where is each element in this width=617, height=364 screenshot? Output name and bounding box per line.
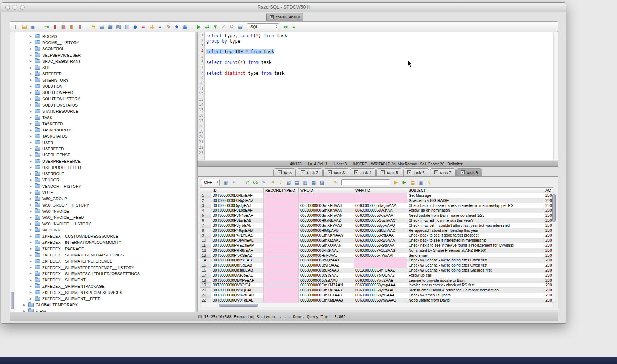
grid-options-icon[interactable]: ▤ [293,179,301,186]
tree-item[interactable]: ▶USER [15,139,195,146]
tree-item[interactable]: ▶W50_GROUP [15,196,195,202]
tab-close-icon[interactable]: × [270,15,274,19]
cell-whoid[interactable] [299,193,354,198]
copy-with-headers-icon[interactable]: ▨ [318,179,326,186]
tree-item[interactable]: ▶ROOMS [15,33,195,39]
result-tab-task-5[interactable]: ×task 5 [376,168,402,176]
disclosure-triangle-icon[interactable]: ▶ [30,35,35,38]
disclosure-triangle-icon[interactable]: ▶ [30,260,35,263]
cell-id[interactable]: 00T3000000L0RknEAF [211,193,264,198]
tree-item[interactable]: ▶SITEFEED [15,71,195,77]
title-bar[interactable]: RazorSQL - SFDCW50 II [1,3,566,12]
disclosure-triangle-icon[interactable]: ▶ [30,178,35,182]
cell-recordtypeid[interactable] [264,278,299,283]
cell-id[interactable]: 00T3000000P46qnEAB [211,228,264,233]
cell-id[interactable]: 00T3000000P47LYEAZ [211,233,264,238]
rollback-icon[interactable]: ↺ [228,23,236,30]
table-row[interactable]: 1100T3000000PREZaEAP0033000000GmXOiAAN00… [200,243,553,248]
table-row[interactable]: 1600T3000000Q8sauEAB0033000000JbukoAAB00… [200,268,553,273]
cell-subject[interactable]: Need update from Bain - gave go ahead 1/… [407,213,544,218]
cell-recordtypeid[interactable] [264,218,299,223]
cell-subject[interactable]: Invoice status check - check w/ RS first [407,283,544,288]
disclosure-triangle-icon[interactable]: ▶ [30,247,35,250]
cell-id[interactable]: 00T3000000OiyJgEAJ [211,203,264,208]
export-tool-icon[interactable]: ▥ [123,23,130,30]
tree-item[interactable]: ▶SOLUTION [15,83,195,89]
table-row[interactable]: 900T3000000P47LYEAZ0033000000GmXKmAAN006… [200,233,553,238]
sql-editor[interactable]: 1234567891011121314151617181920212223 se… [198,32,558,160]
cell-recordtypeid[interactable] [264,298,299,303]
cell-whatid[interactable]: 006300000058ypVAAQ [354,223,407,228]
disclosure-triangle-icon[interactable]: ▶ [30,222,35,225]
cell-whatid[interactable]: 00630000007blc2AAE [354,278,407,283]
cell-whatid[interactable]: 00630000007A3bZAAS [354,248,407,253]
execute-sql-icon[interactable]: ϟ [90,23,97,30]
tree-item[interactable]: ▶ZKFEDEX__PACKAGE [15,246,195,252]
result-tab-task-3[interactable]: ×task 3 [323,168,349,176]
compare-tables-icon[interactable]: ▧ [115,23,122,30]
cell-whatid[interactable]: 00630000005xfWaAAI [354,253,407,258]
cell-whoid[interactable]: 0033000000Ju9J9AAJ [299,273,354,278]
save-grid-icon[interactable]: ▣ [417,179,425,186]
limit-stepper-icon[interactable]: ▲▼ [215,179,219,186]
disclosure-triangle-icon[interactable]: ▶ [30,285,35,288]
table-row[interactable]: 800T3000000P46qnEAB0033000000H9i0pAAB006… [200,228,553,233]
grid-vertical-thumb[interactable] [552,194,556,222]
cell-subject[interactable]: Check nexis to see if they've found a re… [407,243,544,248]
cell-whoid[interactable]: 0033000000GmXHnAAN [299,213,354,218]
cell-id[interactable]: 00T3000000QAeJbEAL [211,273,264,278]
cell-recordtypeid[interactable] [264,243,299,248]
result-tab-task-2[interactable]: ×task 2 [297,168,323,176]
header-cell-id[interactable]: ID [211,188,264,193]
disclosure-triangle-icon[interactable]: ▶ [30,297,35,300]
disclosure-triangle-icon[interactable]: ▶ [30,41,35,44]
cell-id[interactable]: 00T3000000P3N4pEAF [211,213,264,218]
disclosure-triangle-icon[interactable]: ▶ [30,197,35,200]
panel-splitter[interactable] [195,32,198,312]
select-stepper-icon[interactable]: ▲▼ [274,24,279,30]
reload-grid-icon[interactable]: ▧ [285,179,293,186]
cell-recordtypeid[interactable] [264,198,299,203]
tree-item[interactable]: ▶SOLUTIONSTATUS [15,102,195,108]
go-forward-icon[interactable]: ▶ [195,23,202,30]
results-search-input[interactable] [341,179,390,185]
cell-id[interactable]: 00T3000000PfvKSEAZ [211,253,264,258]
cell-id[interactable]: 00T3000000QV8CfEAL [211,283,264,288]
download-column-icon[interactable]: ⇓ [426,179,433,186]
disclosure-triangle-icon[interactable]: ▶ [30,53,35,57]
cell-whatid[interactable]: 006300000058yKhAAI [354,208,407,213]
table-row[interactable]: 700T3000000P3yrbEAB0033000000GmXPYAA3006… [200,223,553,228]
header-cell-whatid[interactable]: WHATID [354,188,407,193]
tree-item[interactable]: ▶VOTE [15,189,195,195]
table-wizard-icon[interactable]: ▦ [181,23,189,30]
disclosure-triangle-icon[interactable]: ▶ [30,203,35,207]
disclosure-triangle-icon[interactable]: ▶ [30,129,35,132]
result-tab-task-4[interactable]: ×task 4 [350,168,376,176]
page-layout-icon[interactable]: ▥ [302,179,309,186]
table-row[interactable]: 2000T3000000QV8TjEAL0033000000GmXKPAA300… [200,288,553,293]
align-results-icon[interactable]: ≡ [156,23,164,30]
tree-scrollbar[interactable] [10,32,15,312]
tab-close-icon[interactable]: × [278,170,282,174]
editor-scrollbar[interactable] [553,32,558,160]
cell-id[interactable]: 00T3000000QV9FaEAL [211,298,264,303]
disclosure-triangle-icon[interactable]: ▶ [30,278,35,282]
cell-whoid[interactable]: 0033000000GmXM7AAN [299,283,354,288]
tree-item[interactable]: ▶USERPREFERENCE [15,158,195,164]
disclosure-triangle-icon[interactable]: ▶ [30,241,35,244]
grid-horizontal-thumb[interactable] [219,304,258,307]
disclosure-triangle-icon[interactable]: ▶ [30,122,35,125]
cell-whatid[interactable]: 00630000005QgzhAAC [354,218,407,223]
disclosure-triangle-icon[interactable]: ▶ [30,185,35,188]
cell-whatid[interactable]: 006300000058x9qAAA [354,243,407,248]
tree-item[interactable]: ▶ROOMS__HISTORY [15,39,195,46]
cell-whoid[interactable]: 0033000000GmXKPAA3 [299,288,354,293]
disclosure-triangle-icon[interactable]: ▶ [30,291,35,294]
tree-item[interactable]: ▶SOLUTIONFEED [15,90,195,96]
cell-id[interactable]: 00T3000000PRR8rEAH [211,248,264,253]
cell-subject[interactable]: Give Jenn a BIG RAISE [407,198,544,203]
table-row[interactable]: 100T3000000L0RknEAFGet Massage200 [200,193,553,198]
cell-whoid[interactable]: 0033000000GmXKnAAN [299,208,354,213]
cell-recordtypeid[interactable] [264,258,299,263]
cell-subject[interactable]: Check w/ Leanne - we're going after Shea… [407,268,544,273]
